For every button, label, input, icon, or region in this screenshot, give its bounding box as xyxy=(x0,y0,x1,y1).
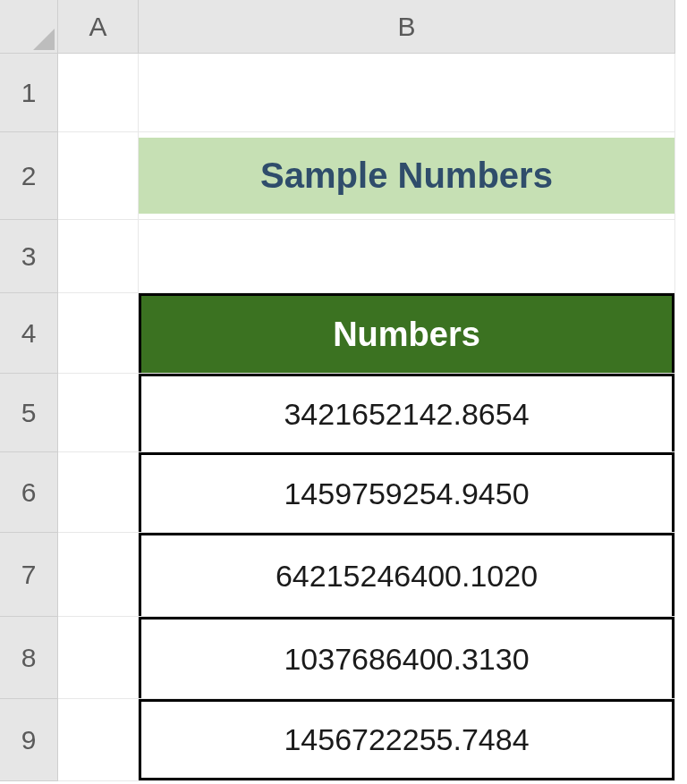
cell-A6[interactable] xyxy=(58,452,139,533)
cell-A8[interactable] xyxy=(58,617,139,699)
cell-A9[interactable] xyxy=(58,699,139,781)
cell-B4[interactable]: Numbers xyxy=(139,293,675,374)
row-header-4[interactable]: 4 xyxy=(0,293,58,374)
select-all-triangle-icon xyxy=(33,29,55,50)
cell-B2[interactable]: Sample Numbers xyxy=(139,132,675,220)
row-header-7[interactable]: 7 xyxy=(0,533,58,617)
cell-B6[interactable]: 1459759254.9450 xyxy=(139,452,675,533)
row-header-6[interactable]: 6 xyxy=(0,452,58,533)
cell-B3[interactable] xyxy=(139,220,675,293)
cell-B9[interactable]: 1456722255.7484 xyxy=(139,699,675,781)
cell-A1[interactable] xyxy=(58,54,139,132)
table-row: 3421652142.8654 xyxy=(139,374,674,451)
table-row: 1456722255.7484 xyxy=(139,699,674,780)
cell-B1[interactable] xyxy=(139,54,675,132)
table-row: 1459759254.9450 xyxy=(139,452,674,532)
column-header-B[interactable]: B xyxy=(139,0,675,54)
table-row: 1037686400.3130 xyxy=(139,617,674,698)
select-all-corner[interactable] xyxy=(0,0,58,54)
row-header-8[interactable]: 8 xyxy=(0,617,58,699)
cell-A7[interactable] xyxy=(58,533,139,617)
table-header: Numbers xyxy=(139,293,674,373)
cell-B5[interactable]: 3421652142.8654 xyxy=(139,374,675,452)
cell-B7[interactable]: 64215246400.1020 xyxy=(139,533,675,617)
svg-marker-0 xyxy=(33,29,55,50)
row-header-9[interactable]: 9 xyxy=(0,699,58,781)
row-header-2[interactable]: 2 xyxy=(0,132,58,220)
cell-A3[interactable] xyxy=(58,220,139,293)
cell-B8[interactable]: 1037686400.3130 xyxy=(139,617,675,699)
row-header-3[interactable]: 3 xyxy=(0,220,58,293)
row-header-1[interactable]: 1 xyxy=(0,54,58,132)
column-header-A[interactable]: A xyxy=(58,0,139,54)
cell-A2[interactable] xyxy=(58,132,139,220)
cell-A4[interactable] xyxy=(58,293,139,374)
spreadsheet-grid: A B 1 2 Sample Numbers 3 4 Numbers 5 342… xyxy=(0,0,687,781)
cell-A5[interactable] xyxy=(58,374,139,452)
title-label: Sample Numbers xyxy=(139,138,674,214)
row-header-5[interactable]: 5 xyxy=(0,374,58,452)
table-row: 64215246400.1020 xyxy=(139,533,674,616)
